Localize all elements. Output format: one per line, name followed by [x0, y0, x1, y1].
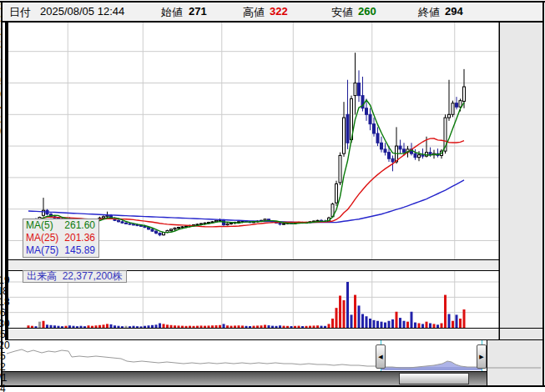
candle-body-up	[448, 114, 451, 118]
candle-body-down	[414, 153, 416, 158]
nav-right-arrow-button[interactable]: ▶	[477, 344, 487, 369]
candle-body-up	[283, 224, 285, 224]
candle-body-down	[346, 114, 349, 143]
candle-body-down	[388, 153, 391, 159]
volume-bar	[426, 322, 428, 328]
candle-body-up	[339, 155, 341, 183]
volume-bar	[396, 312, 398, 328]
candle-body-down	[456, 103, 458, 108]
volume-bar	[448, 314, 451, 329]
window-border-right	[542, 1, 544, 387]
month-label: 4	[0, 167, 273, 177]
month-label: 8	[0, 237, 273, 247]
volume-bar	[343, 300, 346, 328]
window-border-top	[0, 1, 545, 3]
nav-year-label: 24	[0, 257, 273, 266]
volume-bar	[388, 321, 391, 328]
candle-body-up	[343, 118, 346, 153]
month-label: 5	[0, 177, 273, 187]
candle-body-down	[399, 146, 401, 149]
volume-bar	[366, 316, 368, 328]
price-annotation: 3/1896	[0, 297, 273, 319]
volume-bar	[346, 282, 349, 328]
candle-body-down	[373, 124, 376, 133]
volume-bar	[406, 322, 409, 328]
month-label: 4	[0, 157, 273, 167]
candle-body-down	[403, 149, 406, 153]
volume-bar	[376, 321, 379, 328]
price-annotation: 2/19118	[0, 275, 273, 297]
horizontal-scrollbar-thumb[interactable]	[399, 373, 469, 384]
candle-body-up	[463, 87, 466, 101]
volume-bar	[354, 295, 356, 328]
candle-body-down	[391, 158, 394, 162]
volume-bar	[358, 305, 361, 328]
candle-body-down	[376, 133, 379, 143]
volume-bar	[381, 322, 383, 328]
volume-bar	[331, 319, 334, 328]
candle-body-down	[279, 223, 281, 224]
candle-body-down	[381, 143, 383, 149]
month-label: 5	[0, 187, 273, 197]
volume-bar	[399, 318, 401, 328]
month-label: 6	[0, 197, 273, 207]
volume-bar	[361, 314, 364, 329]
month-label: 7	[0, 217, 273, 227]
price-annotation: 725/1	[0, 362, 273, 384]
month-label: 3	[0, 137, 273, 147]
candle-body-down	[366, 108, 368, 115]
volume-bar	[444, 295, 447, 328]
volume-bar	[463, 309, 466, 328]
candle-body-down	[369, 114, 371, 123]
price-annotation: 745/26	[0, 384, 273, 392]
volume-bar	[452, 321, 454, 328]
month-label: 6	[0, 207, 273, 217]
volume-bar	[459, 319, 462, 328]
volume-bar	[369, 319, 371, 328]
volume-bar	[336, 308, 338, 328]
price-annotation: 4/3085	[0, 319, 273, 340]
month-label: 8	[0, 247, 273, 257]
nav-left-arrow-button[interactable]: ◀	[376, 344, 386, 369]
candle-body-up	[336, 183, 338, 203]
candle-body-up	[354, 83, 356, 96]
volume-bar	[411, 312, 413, 328]
stock-chart-window: 日付 2025/08/05 12:44 始値 271 高値 322 安値 260…	[0, 0, 545, 392]
volume-bar	[391, 319, 394, 328]
volume-bar	[351, 314, 353, 328]
nav-year-label: 25	[0, 266, 273, 275]
candle-body-down	[358, 83, 361, 96]
month-label: 3	[0, 147, 273, 157]
candle-body-down	[421, 155, 424, 157]
candle-body-up	[459, 101, 462, 108]
price-annotation: 5/2085	[0, 340, 273, 362]
volume-bar	[339, 296, 341, 329]
candle-body-up	[418, 155, 421, 158]
candle-body-down	[384, 149, 386, 153]
volume-bar	[456, 314, 458, 328]
volume-bar	[373, 320, 376, 328]
month-label: 7	[0, 227, 273, 237]
candle-body-up	[452, 103, 454, 115]
nav-right-divider	[487, 340, 487, 385]
volume-bar	[403, 321, 406, 328]
